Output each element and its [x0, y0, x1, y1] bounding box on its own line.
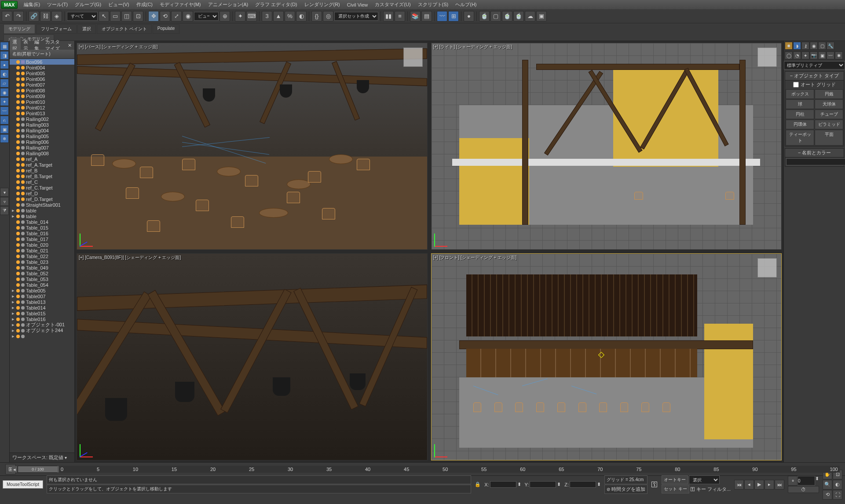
menu-civilview[interactable]: Civil View	[344, 1, 371, 9]
viewport-perspective[interactable]: [+] [パース] [シェーディング + エッジ面]	[77, 43, 428, 250]
shape-icon[interactable]: ▱	[0, 79, 9, 88]
primitive-button[interactable]: 天球体	[815, 99, 843, 109]
primitive-category[interactable]: 標準プリミティブ	[784, 61, 845, 69]
prev-frame-icon[interactable]: ◂	[744, 480, 754, 489]
unlink-icon[interactable]: ⛓	[40, 11, 51, 22]
x-input[interactable]	[490, 481, 516, 488]
menu-create[interactable]: 作成(C)	[133, 0, 156, 9]
layer-icon[interactable]: 📚	[410, 11, 421, 22]
scene-header[interactable]: 名前(昇順でソート)	[10, 50, 74, 59]
scene-item[interactable]: Railing008	[10, 150, 74, 156]
scene-item[interactable]: ref_B.Target	[10, 173, 74, 179]
scene-item[interactable]: ref_C.Target	[10, 185, 74, 190]
ribbon-tab-modeling[interactable]: モデリング	[4, 24, 35, 34]
viewcube-icon[interactable]	[403, 47, 423, 67]
scene-item[interactable]: Table_049	[10, 265, 74, 270]
ribbon-tab-populate[interactable]: Populate	[153, 24, 179, 34]
shapes-icon[interactable]: ◔	[793, 51, 801, 59]
hierarchy-tab-icon[interactable]: ⚷	[801, 42, 809, 50]
scene-item[interactable]: ▸	[10, 333, 74, 339]
angle-snap-icon[interactable]: ▲	[273, 11, 284, 22]
primitive-button[interactable]: 円環体	[786, 120, 814, 129]
nset-icon[interactable]: ◎	[323, 11, 333, 22]
percent-snap-icon[interactable]: %	[285, 11, 295, 22]
display-filter-icon[interactable]: ⧩	[0, 206, 9, 215]
render-online-icon[interactable]: ☁	[525, 11, 535, 22]
geom-icon[interactable]: ◉	[0, 88, 9, 97]
scene-item[interactable]: Point012	[10, 105, 74, 110]
goto-start-icon[interactable]: ⏮	[734, 480, 744, 489]
scene-item[interactable]: ▸table	[10, 213, 74, 219]
scene-item[interactable]: ref_A.Target	[10, 162, 74, 168]
time-slider[interactable]: ◂ 0 / 100 ▸	[18, 466, 57, 473]
ribbon-tab-freeform[interactable]: フリーフォーム	[36, 24, 77, 34]
viewcube-icon[interactable]: 前	[757, 258, 777, 278]
scene-item[interactable]: Table_017	[10, 236, 74, 242]
scene-item[interactable]: ref_D	[10, 190, 74, 196]
scene-item[interactable]: Table_014	[10, 219, 74, 225]
rotate-icon[interactable]: ⟲	[160, 11, 170, 22]
select-icon[interactable]: ↖	[99, 11, 109, 22]
viewcube-icon[interactable]	[757, 47, 777, 67]
scene-item[interactable]: Box096	[10, 59, 74, 65]
orbit-icon[interactable]: ⟲	[823, 490, 832, 500]
scene-item[interactable]: Point005	[10, 70, 74, 76]
place-icon[interactable]: ◉	[183, 11, 193, 22]
scene-item[interactable]: Table_021	[10, 248, 74, 253]
scene-item[interactable]: ▸Table014	[10, 305, 74, 310]
menu-grapheditor[interactable]: グラフ エディタ(D)	[252, 0, 300, 9]
ribbon-tab-select[interactable]: 選択	[77, 24, 96, 34]
render-frame-icon[interactable]: ▢	[490, 11, 501, 22]
scene-item[interactable]: Table_020	[10, 242, 74, 248]
viewport-right[interactable]: [+] [ライト] [シェーディング + エッジ面]	[431, 43, 782, 250]
workspace-indicator[interactable]: ワークスペース: 既定値 ▾	[10, 453, 74, 462]
align-icon[interactable]: ≡	[395, 11, 405, 22]
window-crossing-icon[interactable]: ⊡	[133, 11, 143, 22]
scene-item[interactable]: Table_054	[10, 282, 74, 288]
helpers-icon[interactable]: ▣	[818, 51, 826, 59]
ribbon-tab-objpaint[interactable]: オブジェクト ペイント	[97, 24, 152, 34]
time-slider-thumb[interactable]: 0 / 100	[18, 466, 58, 472]
display-all-icon[interactable]: ▾	[0, 188, 9, 197]
viewport-label[interactable]: [+] [フロント] [シェーディング + エッジ面]	[433, 255, 516, 261]
scene-close-icon[interactable]: ✕	[65, 42, 74, 49]
section-header[interactable]: − 名前とカラー	[785, 149, 844, 157]
maxscript-button[interactable]: MouseToolScript	[3, 480, 43, 489]
primitive-button[interactable]: 球	[786, 99, 814, 109]
keymode-icon[interactable]: ⚬	[788, 476, 797, 486]
menu-tools[interactable]: ツール(T)	[44, 0, 71, 9]
keyboard-icon[interactable]: ⌨	[246, 11, 257, 22]
scene-item[interactable]: StraightStair001	[10, 202, 74, 208]
scene-item[interactable]: ▸Table005	[10, 288, 74, 293]
y-input[interactable]	[530, 481, 556, 488]
menu-modifier[interactable]: モディファイヤ(M)	[156, 0, 205, 9]
scene-item[interactable]: Point006	[10, 76, 74, 82]
menu-view[interactable]: ビュー(V)	[105, 0, 133, 9]
menu-help[interactable]: ヘルプ(H)	[452, 0, 480, 9]
primitive-button[interactable]: ボックス	[786, 89, 814, 99]
edit-nset-icon[interactable]: {}	[311, 11, 322, 22]
maximize-icon[interactable]: ⛶	[833, 490, 842, 500]
motion-tab-icon[interactable]: ◉	[810, 42, 818, 50]
curve-editor-icon[interactable]: 〰	[437, 11, 447, 22]
snap-toggle-icon[interactable]: 3	[262, 11, 272, 22]
primitive-button[interactable]: ティーポット	[786, 130, 814, 146]
zoom-icon[interactable]: 🔍	[823, 480, 832, 489]
cam-icon[interactable]: ●	[0, 60, 9, 69]
scene-item[interactable]: Table_023	[10, 259, 74, 265]
systems-icon[interactable]: ✱	[835, 51, 843, 59]
primitive-button[interactable]: 円柱	[786, 110, 814, 119]
autogrid-checkbox[interactable]	[793, 82, 799, 88]
scene-item[interactable]: ▸table	[10, 208, 74, 213]
scene-item[interactable]: Railing005	[10, 133, 74, 139]
scale-icon[interactable]: ⤢	[171, 11, 182, 22]
key-filter[interactable]: ⚿ キー フィルタ...	[690, 486, 731, 493]
primitive-button[interactable]: 円錐	[815, 89, 843, 99]
render-icon[interactable]: 🍵	[502, 11, 512, 22]
scene-item[interactable]: ▸Table013	[10, 299, 74, 305]
scene-item[interactable]: ref_D.Target	[10, 196, 74, 202]
key-icon[interactable]: ⚿	[651, 481, 658, 489]
light-icon[interactable]: ◐	[0, 69, 9, 78]
play-icon[interactable]: ▶	[754, 480, 764, 489]
render-last-icon[interactable]: ▣	[536, 11, 547, 22]
